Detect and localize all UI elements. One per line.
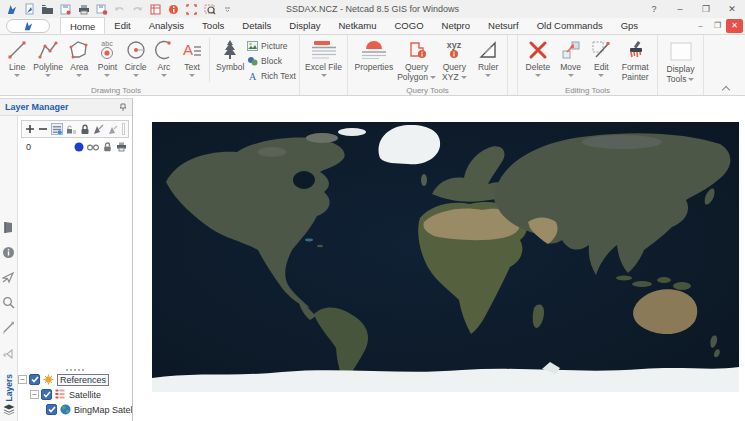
print-icon[interactable] (77, 3, 90, 16)
send-to-icon[interactable] (2, 271, 15, 284)
layer-color-dot[interactable] (73, 141, 85, 153)
tree-row-bingmap[interactable]: BingMap Satellite I (18, 402, 132, 417)
chevron-down-icon[interactable] (133, 74, 139, 77)
zoom-select-icon[interactable] (203, 3, 216, 16)
close-button[interactable]: ✕ (719, 0, 745, 18)
bookmark-icon[interactable] (2, 221, 15, 234)
chevron-down-icon[interactable] (76, 74, 82, 77)
active-layer-row[interactable]: 0 (18, 140, 132, 154)
map-canvas[interactable] (152, 122, 739, 392)
tab-old-commands[interactable]: Old Commands (528, 17, 612, 34)
printer-icon[interactable] (115, 141, 127, 153)
point-button[interactable]: abc Point (93, 36, 121, 77)
tab-netkamu[interactable]: Netkamu (329, 17, 385, 34)
lock-icon[interactable] (101, 141, 113, 153)
doc-minimize-button[interactable]: – (692, 19, 709, 33)
new-file-icon[interactable] (23, 3, 36, 16)
chevron-down-icon[interactable] (14, 74, 20, 77)
tab-edit[interactable]: Edit (105, 17, 139, 34)
checkbox-checked-icon[interactable] (29, 374, 40, 385)
format-painter-button[interactable]: Format Painter (616, 36, 654, 82)
restore-button[interactable]: ❐ (693, 0, 719, 18)
help-button[interactable]: ? (641, 0, 667, 18)
arc-button[interactable]: Arc (150, 36, 178, 77)
tab-netpro[interactable]: Netpro (433, 17, 480, 34)
tab-netsurf[interactable]: Netsurf (479, 17, 528, 34)
unlock-all-button[interactable] (66, 123, 77, 135)
rich-text-button[interactable]: A Rich Text (247, 69, 296, 82)
save-all-icon[interactable] (95, 3, 108, 16)
pick-style-button[interactable] (93, 123, 104, 135)
move-button[interactable]: Move (555, 36, 587, 77)
add-layer-button[interactable] (25, 123, 35, 135)
tree-row-satellite[interactable]: − Satellite (18, 387, 132, 402)
lock-all-button[interactable] (80, 123, 90, 135)
doc-close-button[interactable]: ✕ (726, 19, 743, 33)
ruler-button[interactable]: Ruler (472, 36, 504, 77)
collapse-expander-icon[interactable]: − (18, 375, 27, 384)
visibility-glasses-icon[interactable] (87, 141, 99, 153)
tab-cogo[interactable]: COGO (386, 17, 433, 34)
block-button[interactable]: Block (247, 54, 296, 67)
application-menu-button[interactable] (6, 19, 50, 33)
chevron-down-icon[interactable] (189, 74, 195, 77)
tab-display[interactable]: Display (280, 17, 329, 34)
qat-more-icon[interactable] (221, 3, 234, 16)
chevron-down-icon[interactable] (688, 78, 694, 81)
style-swatch[interactable] (122, 123, 125, 135)
save-icon[interactable] (59, 3, 72, 16)
circle-button[interactable]: Circle (122, 36, 150, 77)
search-icon[interactable] (2, 296, 15, 309)
announce-icon[interactable] (2, 346, 15, 359)
chevron-down-icon[interactable] (568, 74, 574, 77)
line-button[interactable]: Line (3, 36, 31, 77)
layer-list-button[interactable] (51, 123, 63, 135)
chevron-down-icon[interactable] (161, 74, 167, 77)
pin-icon[interactable] (119, 103, 127, 112)
doc-restore-button[interactable]: ❐ (709, 19, 726, 33)
tab-home[interactable]: Home (60, 17, 105, 34)
measure-pen-icon[interactable] (2, 321, 15, 334)
picture-button[interactable]: Picture (247, 39, 296, 52)
open-file-icon[interactable] (41, 3, 54, 16)
query-polygon-button[interactable]: Query Polygon (397, 36, 437, 82)
polyline-button[interactable]: Polyline (31, 36, 65, 77)
redo-icon[interactable] (131, 3, 144, 16)
area-button[interactable]: Area (65, 36, 93, 77)
pick-style-2-button[interactable] (107, 123, 118, 135)
remove-layer-button[interactable] (38, 123, 48, 135)
tab-tools[interactable]: Tools (193, 17, 233, 34)
chevron-down-icon[interactable] (535, 74, 541, 77)
chevron-down-icon[interactable] (430, 76, 436, 79)
chevron-down-icon[interactable] (104, 74, 110, 77)
collapse-expander-icon[interactable]: − (30, 390, 39, 399)
collapse-ribbon-button[interactable] (721, 85, 731, 93)
excel-file-button[interactable]: Excel File (303, 36, 344, 77)
show-table-icon[interactable] (149, 3, 162, 16)
splitter-handle[interactable] (18, 364, 132, 372)
query-xyz-button[interactable]: xyz Query XYZ (436, 36, 472, 82)
chevron-down-icon[interactable] (461, 76, 467, 79)
display-tools-button[interactable]: Display Tools (661, 36, 700, 84)
info-circle-icon[interactable] (2, 246, 15, 259)
delete-button[interactable]: Delete (521, 36, 555, 77)
select-frame-icon[interactable] (185, 3, 198, 16)
tab-analysis[interactable]: Analysis (140, 17, 193, 34)
tab-gps[interactable]: Gps (612, 17, 647, 34)
properties-button[interactable]: Properties (351, 36, 397, 72)
layers-side-tab[interactable]: Layers (3, 374, 15, 415)
chevron-down-icon[interactable] (485, 74, 491, 77)
tab-details[interactable]: Details (233, 17, 280, 34)
chevron-down-icon[interactable] (598, 74, 604, 77)
checkbox-checked-icon[interactable] (46, 404, 57, 415)
minimize-button[interactable]: – (667, 0, 693, 18)
tree-row-references[interactable]: − References (18, 372, 132, 387)
edit-button[interactable]: Edit (587, 36, 617, 77)
chevron-down-icon[interactable] (321, 74, 327, 77)
info-icon[interactable] (167, 3, 180, 16)
symbol-button[interactable]: Symbol (213, 36, 247, 72)
chevron-down-icon[interactable] (45, 74, 51, 77)
undo-icon[interactable] (113, 3, 126, 16)
checkbox-checked-icon[interactable] (41, 389, 52, 400)
text-button[interactable]: A Text (178, 36, 206, 77)
